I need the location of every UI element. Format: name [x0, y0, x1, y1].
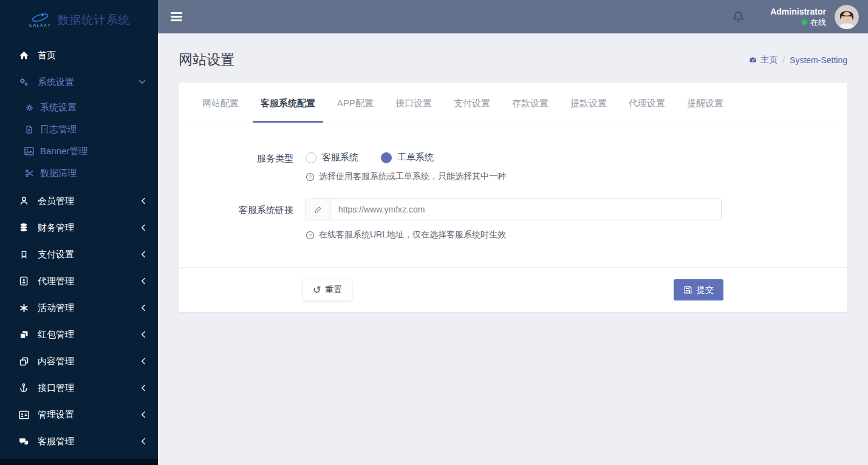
sidebar-item-red-packets[interactable]: 红包管理: [0, 321, 158, 348]
submenu-item-banner-management[interactable]: Banner管理: [0, 140, 158, 162]
chevron-left-icon: [141, 197, 146, 205]
service-link-row: 客服系统链接: [179, 199, 847, 240]
image-icon: [24, 147, 34, 155]
bell-icon[interactable]: [732, 10, 745, 24]
service-link-help-text: 在线客服系统URL地址，仅在选择客服系统时生效: [319, 229, 506, 240]
service-type-label: 服务类型: [179, 152, 306, 182]
svg-text:GALAXY: GALAXY: [29, 23, 51, 27]
tab-customer-service-config[interactable]: 客服系统配置: [253, 83, 323, 123]
sidebar-item-home[interactable]: 首页: [0, 42, 158, 69]
file-icon: [24, 125, 34, 134]
svg-text:?: ?: [309, 232, 312, 238]
submenu-item-log-management[interactable]: 日志管理: [0, 118, 158, 140]
comments-icon: [18, 437, 29, 446]
user-menu[interactable]: Administrator 在线: [770, 6, 826, 28]
service-link-label: 客服系统链接: [179, 199, 306, 240]
address-book-icon: [18, 276, 29, 286]
service-link-help: ? 在线客服系统URL地址，仅在选择客服系统时生效: [306, 229, 847, 240]
sidebar-item-agents[interactable]: 代理管理: [0, 268, 158, 294]
sidebar-item-label: 支付设置: [38, 249, 74, 260]
user-icon: [18, 196, 29, 206]
tab-deposit-settings[interactable]: 存款设置: [504, 83, 556, 123]
pencil-icon: [306, 199, 330, 220]
reset-button[interactable]: ↺ 重置: [303, 279, 352, 300]
online-status-label: 在线: [810, 17, 826, 28]
scissors-icon: [24, 169, 34, 178]
galaxy-logo-icon: GALAXY: [28, 10, 52, 30]
submenu-item-label: 日志管理: [40, 124, 77, 135]
sidebar-item-label: 红包管理: [38, 329, 74, 341]
submit-button[interactable]: 提交: [674, 279, 723, 300]
page-content: 网站设置 主页 / System-Setting: [158, 33, 868, 465]
service-link-input[interactable]: [330, 199, 721, 220]
submenu-item-data-cleanup[interactable]: 数据清理: [0, 162, 158, 184]
gear-icon: [24, 103, 34, 112]
service-type-help: ? 选择使用客服系统或工单系统，只能选择其中一种: [306, 171, 847, 182]
copy-icon: [18, 357, 29, 366]
radio-customer-service-system[interactable]: [306, 152, 316, 163]
radio-label-customer-service[interactable]: 客服系统: [322, 152, 358, 163]
hamburger-menu-icon[interactable]: [171, 12, 182, 21]
app-title: 数据统计系统: [58, 12, 131, 28]
sidebar-item-members[interactable]: 会员管理: [0, 188, 158, 214]
chevron-left-icon: [141, 304, 146, 311]
sidebar-item-label: 接口管理: [38, 382, 74, 394]
tab-payment-settings[interactable]: 支付设置: [446, 83, 498, 123]
question-circle-icon: ?: [306, 172, 315, 182]
cogs-icon: [18, 77, 29, 87]
tab-website-config[interactable]: 网站配置: [194, 83, 247, 123]
radio-ticket-system[interactable]: [381, 152, 392, 163]
tab-withdraw-settings[interactable]: 提款设置: [562, 83, 615, 123]
tab-agent-settings[interactable]: 代理设置: [621, 83, 673, 123]
chevron-left-icon: [141, 438, 146, 445]
breadcrumb-current: System-Setting: [790, 55, 847, 65]
home-icon: [18, 50, 29, 60]
sidebar-item-label: 活动管理: [38, 302, 74, 314]
chevron-left-icon: [141, 331, 146, 338]
main-area: Administrator 在线: [158, 0, 868, 465]
sidebar-item-admin-settings[interactable]: 管理设置: [0, 401, 158, 428]
chevron-left-icon: [141, 224, 146, 231]
sidebar-item-label: 客服管理: [38, 436, 74, 447]
sidebar-item-label: 财务管理: [38, 222, 74, 234]
breadcrumb-home-label: 主页: [760, 55, 777, 66]
submenu-item-system-setting[interactable]: 系统设置: [0, 97, 158, 118]
sidebar-item-content[interactable]: 内容管理: [0, 348, 158, 375]
sidebar-nav: 首页 系统设置: [0, 40, 158, 459]
sidebar-item-finance[interactable]: 财务管理: [0, 214, 158, 241]
sidebar-item-system-settings[interactable]: 系统设置: [0, 69, 158, 95]
system-settings-submenu: 系统设置 日志管理: [0, 95, 158, 188]
chevron-left-icon: [141, 251, 146, 258]
submenu-item-label: 数据清理: [40, 168, 77, 179]
submenu-item-label: Banner管理: [40, 146, 87, 157]
settings-form: 服务类型 客服系统 工单系统 ?: [179, 123, 847, 267]
avatar[interactable]: [835, 5, 859, 29]
anchor-icon: [18, 383, 29, 393]
tab-reminder-settings[interactable]: 提醒设置: [679, 83, 731, 123]
sidebar-item-label: 首页: [38, 50, 56, 61]
sidebar-item-payment-settings[interactable]: 支付设置: [0, 241, 158, 268]
sidebar-item-activities[interactable]: 活动管理: [0, 294, 158, 321]
topbar-right: Administrator 在线: [732, 5, 859, 29]
clone-icon: [18, 330, 29, 339]
tab-app-config[interactable]: APP配置: [329, 83, 381, 123]
submenu-item-label: 系统设置: [40, 102, 77, 114]
service-type-row: 服务类型 客服系统 工单系统 ?: [179, 152, 847, 182]
sidebar-item-label: 系统设置: [38, 76, 74, 88]
sidebar-item-customer-service[interactable]: 客服管理: [0, 428, 158, 455]
undo-icon: ↺: [313, 285, 321, 295]
settings-tabs: 网站配置 客服系统配置 APP配置 接口设置 支付设置 存款设置 提款设置 代理…: [188, 83, 838, 123]
brand-logo[interactable]: GALAXY 数据统计系统: [0, 0, 158, 40]
service-link-input-group: [306, 199, 722, 220]
page-title: 网站设置: [179, 50, 234, 69]
sidebar-item-label: 会员管理: [38, 195, 74, 207]
radio-label-ticket[interactable]: 工单系统: [397, 152, 434, 163]
breadcrumb-home-link[interactable]: 主页: [748, 55, 777, 66]
breadcrumb: 主页 / System-Setting: [748, 55, 847, 66]
sidebar-item-api[interactable]: 接口管理: [0, 375, 158, 401]
tab-api-settings[interactable]: 接口设置: [388, 83, 440, 123]
sidebar-bottom-strip: [0, 459, 158, 465]
top-header: Administrator 在线: [158, 0, 868, 33]
database-icon: [18, 223, 29, 232]
page-head: 网站设置 主页 / System-Setting: [158, 33, 868, 83]
